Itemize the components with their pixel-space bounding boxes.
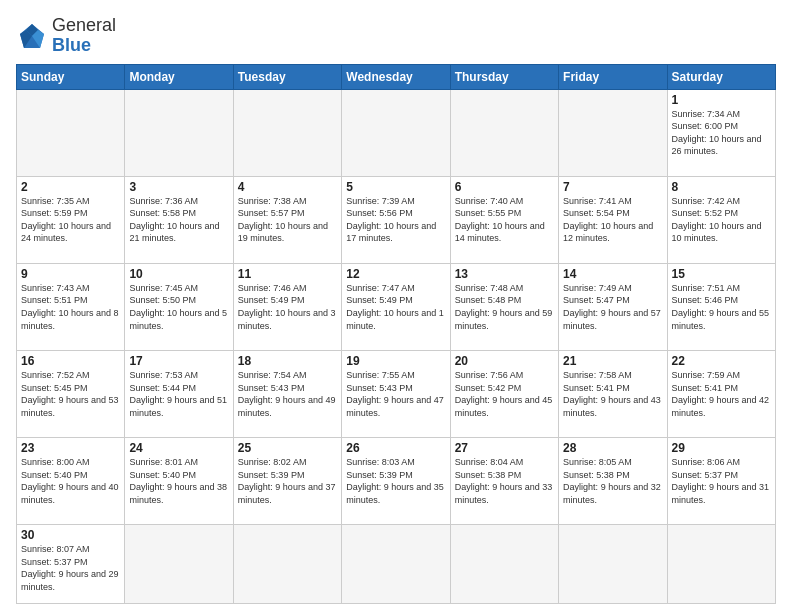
day-number: 10 xyxy=(129,267,228,281)
day-number: 14 xyxy=(563,267,662,281)
weekday-header: Monday xyxy=(125,64,233,89)
day-number: 6 xyxy=(455,180,554,194)
day-info: Sunrise: 8:05 AM Sunset: 5:38 PM Dayligh… xyxy=(563,456,662,506)
day-info: Sunrise: 7:45 AM Sunset: 5:50 PM Dayligh… xyxy=(129,282,228,332)
calendar-cell: 22Sunrise: 7:59 AM Sunset: 5:41 PM Dayli… xyxy=(667,350,775,437)
calendar-cell: 6Sunrise: 7:40 AM Sunset: 5:55 PM Daylig… xyxy=(450,176,558,263)
day-info: Sunrise: 8:00 AM Sunset: 5:40 PM Dayligh… xyxy=(21,456,120,506)
day-number: 17 xyxy=(129,354,228,368)
day-number: 23 xyxy=(21,441,120,455)
calendar-cell: 28Sunrise: 8:05 AM Sunset: 5:38 PM Dayli… xyxy=(559,438,667,525)
weekday-header: Saturday xyxy=(667,64,775,89)
day-number: 11 xyxy=(238,267,337,281)
calendar-cell: 26Sunrise: 8:03 AM Sunset: 5:39 PM Dayli… xyxy=(342,438,450,525)
calendar-cell: 9Sunrise: 7:43 AM Sunset: 5:51 PM Daylig… xyxy=(17,263,125,350)
calendar-cell xyxy=(233,525,341,604)
day-number: 15 xyxy=(672,267,771,281)
header: GeneralBlue xyxy=(16,16,776,56)
day-number: 13 xyxy=(455,267,554,281)
day-info: Sunrise: 7:39 AM Sunset: 5:56 PM Dayligh… xyxy=(346,195,445,245)
day-number: 5 xyxy=(346,180,445,194)
calendar-cell: 7Sunrise: 7:41 AM Sunset: 5:54 PM Daylig… xyxy=(559,176,667,263)
weekday-header: Friday xyxy=(559,64,667,89)
calendar-cell: 20Sunrise: 7:56 AM Sunset: 5:42 PM Dayli… xyxy=(450,350,558,437)
logo-general: General xyxy=(52,16,116,36)
weekday-header: Thursday xyxy=(450,64,558,89)
day-number: 8 xyxy=(672,180,771,194)
day-number: 9 xyxy=(21,267,120,281)
day-info: Sunrise: 7:41 AM Sunset: 5:54 PM Dayligh… xyxy=(563,195,662,245)
calendar-cell xyxy=(125,525,233,604)
day-info: Sunrise: 7:42 AM Sunset: 5:52 PM Dayligh… xyxy=(672,195,771,245)
day-number: 18 xyxy=(238,354,337,368)
calendar-cell: 19Sunrise: 7:55 AM Sunset: 5:43 PM Dayli… xyxy=(342,350,450,437)
day-number: 24 xyxy=(129,441,228,455)
calendar-cell: 13Sunrise: 7:48 AM Sunset: 5:48 PM Dayli… xyxy=(450,263,558,350)
calendar-cell xyxy=(125,89,233,176)
calendar-cell xyxy=(342,89,450,176)
day-number: 29 xyxy=(672,441,771,455)
calendar-cell: 3Sunrise: 7:36 AM Sunset: 5:58 PM Daylig… xyxy=(125,176,233,263)
calendar-cell: 30Sunrise: 8:07 AM Sunset: 5:37 PM Dayli… xyxy=(17,525,125,604)
calendar-cell xyxy=(233,89,341,176)
calendar-cell: 10Sunrise: 7:45 AM Sunset: 5:50 PM Dayli… xyxy=(125,263,233,350)
calendar-cell xyxy=(17,89,125,176)
calendar-cell: 24Sunrise: 8:01 AM Sunset: 5:40 PM Dayli… xyxy=(125,438,233,525)
calendar-cell: 15Sunrise: 7:51 AM Sunset: 5:46 PM Dayli… xyxy=(667,263,775,350)
day-info: Sunrise: 7:59 AM Sunset: 5:41 PM Dayligh… xyxy=(672,369,771,419)
calendar-cell: 11Sunrise: 7:46 AM Sunset: 5:49 PM Dayli… xyxy=(233,263,341,350)
logo-icon xyxy=(16,20,48,52)
day-number: 4 xyxy=(238,180,337,194)
calendar-cell: 16Sunrise: 7:52 AM Sunset: 5:45 PM Dayli… xyxy=(17,350,125,437)
calendar-cell xyxy=(667,525,775,604)
weekday-header: Tuesday xyxy=(233,64,341,89)
day-info: Sunrise: 8:02 AM Sunset: 5:39 PM Dayligh… xyxy=(238,456,337,506)
calendar-cell: 12Sunrise: 7:47 AM Sunset: 5:49 PM Dayli… xyxy=(342,263,450,350)
calendar-cell: 25Sunrise: 8:02 AM Sunset: 5:39 PM Dayli… xyxy=(233,438,341,525)
calendar-cell: 23Sunrise: 8:00 AM Sunset: 5:40 PM Dayli… xyxy=(17,438,125,525)
day-info: Sunrise: 7:35 AM Sunset: 5:59 PM Dayligh… xyxy=(21,195,120,245)
day-info: Sunrise: 8:03 AM Sunset: 5:39 PM Dayligh… xyxy=(346,456,445,506)
calendar-cell xyxy=(559,525,667,604)
page: GeneralBlue SundayMondayTuesdayWednesday… xyxy=(0,0,792,612)
calendar-cell: 17Sunrise: 7:53 AM Sunset: 5:44 PM Dayli… xyxy=(125,350,233,437)
day-info: Sunrise: 7:55 AM Sunset: 5:43 PM Dayligh… xyxy=(346,369,445,419)
calendar-cell: 18Sunrise: 7:54 AM Sunset: 5:43 PM Dayli… xyxy=(233,350,341,437)
logo: GeneralBlue xyxy=(16,16,116,56)
day-number: 27 xyxy=(455,441,554,455)
weekday-header: Wednesday xyxy=(342,64,450,89)
day-number: 22 xyxy=(672,354,771,368)
day-info: Sunrise: 7:48 AM Sunset: 5:48 PM Dayligh… xyxy=(455,282,554,332)
calendar: SundayMondayTuesdayWednesdayThursdayFrid… xyxy=(16,64,776,604)
day-info: Sunrise: 7:38 AM Sunset: 5:57 PM Dayligh… xyxy=(238,195,337,245)
calendar-cell xyxy=(342,525,450,604)
day-info: Sunrise: 8:06 AM Sunset: 5:37 PM Dayligh… xyxy=(672,456,771,506)
day-number: 1 xyxy=(672,93,771,107)
day-info: Sunrise: 7:49 AM Sunset: 5:47 PM Dayligh… xyxy=(563,282,662,332)
logo-blue: Blue xyxy=(52,36,116,56)
day-number: 16 xyxy=(21,354,120,368)
day-info: Sunrise: 7:56 AM Sunset: 5:42 PM Dayligh… xyxy=(455,369,554,419)
calendar-cell: 21Sunrise: 7:58 AM Sunset: 5:41 PM Dayli… xyxy=(559,350,667,437)
day-number: 26 xyxy=(346,441,445,455)
calendar-cell: 27Sunrise: 8:04 AM Sunset: 5:38 PM Dayli… xyxy=(450,438,558,525)
day-info: Sunrise: 7:40 AM Sunset: 5:55 PM Dayligh… xyxy=(455,195,554,245)
day-info: Sunrise: 7:53 AM Sunset: 5:44 PM Dayligh… xyxy=(129,369,228,419)
day-number: 7 xyxy=(563,180,662,194)
day-number: 20 xyxy=(455,354,554,368)
calendar-cell: 14Sunrise: 7:49 AM Sunset: 5:47 PM Dayli… xyxy=(559,263,667,350)
calendar-cell xyxy=(559,89,667,176)
logo-text: GeneralBlue xyxy=(52,16,116,56)
day-info: Sunrise: 7:52 AM Sunset: 5:45 PM Dayligh… xyxy=(21,369,120,419)
day-number: 19 xyxy=(346,354,445,368)
day-info: Sunrise: 8:07 AM Sunset: 5:37 PM Dayligh… xyxy=(21,543,120,593)
calendar-cell: 5Sunrise: 7:39 AM Sunset: 5:56 PM Daylig… xyxy=(342,176,450,263)
day-number: 30 xyxy=(21,528,120,542)
day-number: 28 xyxy=(563,441,662,455)
day-info: Sunrise: 8:01 AM Sunset: 5:40 PM Dayligh… xyxy=(129,456,228,506)
day-number: 21 xyxy=(563,354,662,368)
calendar-cell: 1Sunrise: 7:34 AM Sunset: 6:00 PM Daylig… xyxy=(667,89,775,176)
calendar-cell xyxy=(450,89,558,176)
day-info: Sunrise: 7:46 AM Sunset: 5:49 PM Dayligh… xyxy=(238,282,337,332)
day-info: Sunrise: 8:04 AM Sunset: 5:38 PM Dayligh… xyxy=(455,456,554,506)
